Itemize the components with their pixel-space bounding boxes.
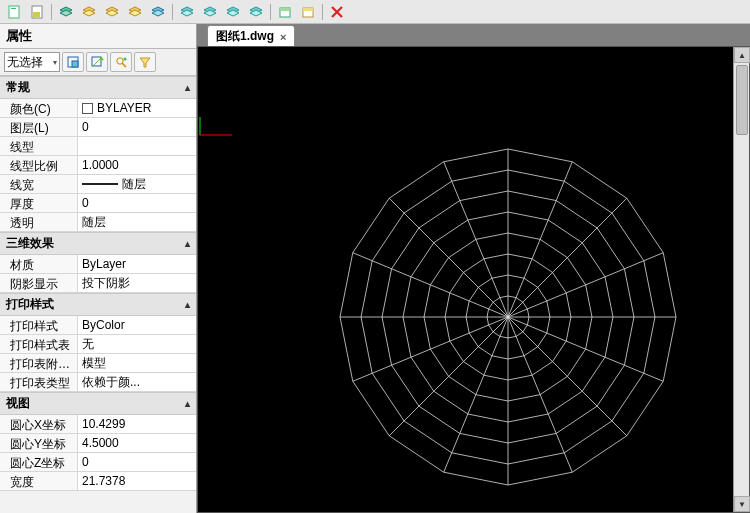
section-head-general[interactable]: 常规▴: [0, 76, 196, 99]
prop-value[interactable]: 模型: [78, 354, 196, 372]
scroll-up-arrow-icon[interactable]: ▲: [734, 47, 750, 63]
prop-row[interactable]: 圆心Y坐标4.5000: [0, 434, 196, 453]
prop-value-text: 21.7378: [82, 474, 125, 488]
prop-value[interactable]: 10.4299: [78, 415, 196, 433]
vertical-scrollbar[interactable]: ▲ ▼: [733, 47, 749, 512]
tb-sheet-yellow-icon[interactable]: [298, 3, 318, 21]
prop-value-text: 10.4299: [82, 417, 125, 431]
prop-value-text: BYLAYER: [97, 101, 151, 115]
section-head-view[interactable]: 视图▴: [0, 392, 196, 415]
filter-icon[interactable]: [134, 52, 156, 72]
prop-row[interactable]: 线型比例1.0000: [0, 156, 196, 175]
prop-value[interactable]: 0: [78, 453, 196, 471]
drawing-area: 图纸1.dwg × ▲ ▼: [197, 24, 750, 513]
viewport[interactable]: ▲ ▼: [197, 46, 750, 513]
prop-label: 透明: [0, 213, 78, 231]
panel-tools: 无选择 ▾: [0, 49, 196, 76]
prop-value[interactable]: 投下阴影: [78, 274, 196, 292]
scroll-down-arrow-icon[interactable]: ▼: [734, 496, 750, 512]
top-toolbar: [0, 0, 750, 24]
tb-sheet-green-icon[interactable]: [275, 3, 295, 21]
collapse-icon[interactable]: ▴: [185, 398, 190, 409]
tb-stack-yellow3-icon[interactable]: [125, 3, 145, 21]
prop-value[interactable]: ByColor: [78, 316, 196, 334]
tb-delete-x-icon[interactable]: [327, 3, 347, 21]
tab-strip: 图纸1.dwg ×: [197, 24, 750, 46]
prop-label: 图层(L): [0, 118, 78, 136]
tb-stack-teal3-icon[interactable]: [223, 3, 243, 21]
svg-point-33: [124, 58, 127, 61]
close-icon[interactable]: ×: [280, 31, 286, 43]
qselect-icon[interactable]: [110, 52, 132, 72]
tb-stack-blue-icon[interactable]: [148, 3, 168, 21]
prop-value[interactable]: [78, 137, 196, 155]
prop-value[interactable]: 随层: [78, 175, 196, 193]
prop-row[interactable]: 图层(L)0: [0, 118, 196, 137]
prop-row[interactable]: 打印样式ByColor: [0, 316, 196, 335]
prop-value[interactable]: 4.5000: [78, 434, 196, 452]
prop-value[interactable]: 随层: [78, 213, 196, 231]
prop-label: 线型: [0, 137, 78, 155]
svg-rect-29: [72, 61, 78, 67]
svg-rect-1: [11, 8, 16, 9]
toolbar-separator: [51, 4, 52, 20]
tb-doc1-icon[interactable]: [4, 3, 24, 21]
prop-row[interactable]: 颜色(C)BYLAYER: [0, 99, 196, 118]
section-title: 打印样式: [6, 296, 54, 313]
lineweight-icon: [82, 183, 118, 185]
prop-row[interactable]: 打印表类型依赖于颜...: [0, 373, 196, 392]
prop-label: 打印表类型: [0, 373, 78, 391]
prop-value[interactable]: 21.7378: [78, 472, 196, 490]
tb-stack-teal2-icon[interactable]: [200, 3, 220, 21]
selection-dropdown[interactable]: 无选择 ▾: [4, 52, 60, 72]
tb-doc2-icon[interactable]: [27, 3, 47, 21]
prop-label: 打印样式: [0, 316, 78, 334]
pin-icon[interactable]: [86, 52, 108, 72]
toggle-pip-icon[interactable]: [62, 52, 84, 72]
prop-value-text: 投下阴影: [82, 275, 130, 292]
prop-value-text: 0: [82, 196, 89, 210]
prop-value[interactable]: 无: [78, 335, 196, 353]
prop-row[interactable]: 打印样式表无: [0, 335, 196, 354]
file-tab[interactable]: 图纸1.dwg ×: [207, 25, 295, 47]
prop-value-text: 模型: [82, 355, 106, 372]
prop-row[interactable]: 厚度0: [0, 194, 196, 213]
prop-label: 厚度: [0, 194, 78, 212]
prop-value[interactable]: 1.0000: [78, 156, 196, 174]
tb-stack-yellow2-icon[interactable]: [102, 3, 122, 21]
section-title: 三维效果: [6, 235, 54, 252]
collapse-icon[interactable]: ▴: [185, 82, 190, 93]
tb-stack-yellow1-icon[interactable]: [79, 3, 99, 21]
tb-stack-teal1-icon[interactable]: [177, 3, 197, 21]
tb-stack-teal4-icon[interactable]: [246, 3, 266, 21]
prop-value-text: ByLayer: [82, 257, 126, 271]
prop-row[interactable]: 圆心Z坐标0: [0, 453, 196, 472]
svg-line-47: [508, 253, 663, 317]
section-head-plot[interactable]: 打印样式▴: [0, 293, 196, 316]
tb-stack-green-icon[interactable]: [56, 3, 76, 21]
prop-row[interactable]: 材质ByLayer: [0, 255, 196, 274]
prop-value[interactable]: BYLAYER: [78, 99, 196, 117]
prop-label: 打印表附加到: [0, 354, 78, 372]
prop-label: 线宽: [0, 175, 78, 193]
svg-rect-25: [303, 8, 313, 11]
prop-row[interactable]: 线宽随层: [0, 175, 196, 194]
collapse-icon[interactable]: ▴: [185, 238, 190, 249]
prop-value[interactable]: 0: [78, 118, 196, 136]
prop-row[interactable]: 阴影显示投下阴影: [0, 274, 196, 293]
prop-row[interactable]: 宽度21.7378: [0, 472, 196, 491]
prop-value-text: 无: [82, 336, 94, 353]
prop-row[interactable]: 打印表附加到模型: [0, 354, 196, 373]
prop-row[interactable]: 圆心X坐标10.4299: [0, 415, 196, 434]
svg-line-51: [508, 317, 572, 472]
prop-row[interactable]: 线型: [0, 137, 196, 156]
prop-label: 圆心Y坐标: [0, 434, 78, 452]
collapse-icon[interactable]: ▴: [185, 299, 190, 310]
prop-label: 线型比例: [0, 156, 78, 174]
prop-value[interactable]: 依赖于颜...: [78, 373, 196, 391]
prop-row[interactable]: 透明随层: [0, 213, 196, 232]
prop-value[interactable]: 0: [78, 194, 196, 212]
prop-value[interactable]: ByLayer: [78, 255, 196, 273]
scroll-thumb[interactable]: [736, 65, 748, 135]
section-head-effect3d[interactable]: 三维效果▴: [0, 232, 196, 255]
